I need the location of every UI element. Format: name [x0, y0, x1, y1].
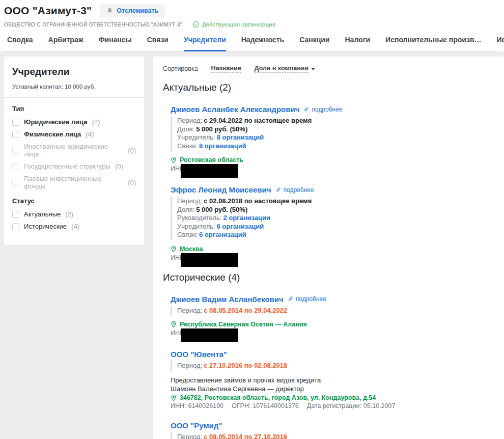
checkbox-icon[interactable]	[12, 119, 19, 126]
detail-value[interactable]: 6 организаций	[199, 231, 246, 238]
page-title: ООО "Азимут-3"	[4, 5, 92, 17]
region-link[interactable]: Ростовская область	[171, 156, 494, 163]
detail-value[interactable]: 2 организации	[223, 214, 270, 222]
tab-istoriya[interactable]: История	[497, 36, 504, 51]
filter-checkbox-row: Иностранные юридические лица(0)	[12, 143, 136, 158]
filter-group-status: СтатусАктуальные(2)Исторические(4)	[12, 197, 136, 230]
location-pin-icon	[171, 321, 177, 328]
charter-capital: Уставный капитал: 10 000 руб.	[12, 84, 136, 90]
company-name-link[interactable]: ООО "Ювента"	[171, 350, 227, 359]
tab-finansy[interactable]: Финансы	[99, 36, 132, 51]
detail-value: с 29.04.2022 по настоящее время	[204, 117, 312, 124]
checkbox-icon[interactable]	[12, 223, 19, 230]
detail-value[interactable]: 8 организаций	[217, 133, 264, 141]
detail-row: Период:с 08.05.2014 по 27.10.2016	[177, 433, 494, 439]
detail-label: Период:	[177, 197, 202, 205]
meta-value: 05.10.2007	[363, 402, 396, 409]
sort-row: Сортировка НазваниеДоля в компании	[163, 65, 494, 73]
detail-row: Связи:6 организаций	[177, 231, 494, 239]
filter-count: (0)	[128, 147, 136, 154]
detail-label: Учредитель:	[177, 133, 215, 141]
tab-nadezhnost[interactable]: Надежность	[241, 36, 284, 51]
card-title-row: ООО "Ювента"	[171, 350, 494, 359]
detail-value[interactable]: 8 организаций	[199, 142, 246, 150]
follow-button[interactable]: Отслеживать	[100, 4, 165, 17]
tab-sankcii[interactable]: Санкции	[299, 36, 329, 51]
tab-svyazi[interactable]: Связи	[147, 36, 169, 51]
detail-value[interactable]: 6 организаций	[217, 223, 264, 230]
tab-svodka[interactable]: Сводка	[7, 36, 33, 51]
inn-row: ИНН	[171, 165, 494, 174]
founder-card: Джиоев Вадим АсланбековичподробнееПериод…	[171, 295, 494, 339]
region-link[interactable]: Республика Северная Осетия — Алания	[171, 321, 494, 328]
detail-label: Связи:	[177, 231, 198, 238]
filter-count: (4)	[86, 130, 94, 138]
tab-nalogi[interactable]: Налоги	[345, 36, 370, 51]
filter-count: (0)	[115, 162, 123, 170]
region-link[interactable]: Москва	[171, 245, 494, 253]
detail-value: с 08.05.2014 по 29.04.2022	[204, 307, 287, 314]
detail-label: Период:	[177, 117, 202, 124]
tab-isp-proizvodstva[interactable]: Исполнительные произв…	[385, 36, 481, 51]
sort-label: Сортировка	[163, 65, 198, 72]
redaction-box	[181, 253, 238, 267]
founder-name-link[interactable]: Джиоев Вадим Асланбекович	[171, 295, 284, 304]
sort-option-label: Название	[211, 65, 241, 73]
detail-row: Связи:8 организаций	[177, 142, 494, 151]
checkbox-icon[interactable]	[12, 131, 19, 138]
meta-value: 6140026190	[188, 402, 224, 409]
filter-group-title: Статус	[12, 197, 136, 205]
paperclip-icon	[275, 187, 282, 193]
detail-label: Период:	[177, 307, 202, 314]
details-block: Период:с 27.10.2016 по 02.08.2018	[171, 361, 494, 371]
detail-value: с 27.10.2016 по 02.08.2018	[204, 362, 287, 369]
detail-label: Период:	[177, 433, 202, 439]
detail-value: с 08.05.2014 по 27.10.2016	[204, 433, 287, 439]
details-block: Период:с 29.04.2022 по настоящее времяДо…	[171, 116, 494, 151]
detail-row: Период:с 02.08.2018 по настоящее время	[177, 197, 494, 206]
filter-group-type: ТипЮридические лица(2)Физические лица(4)…	[12, 105, 136, 190]
paperclip-icon	[288, 296, 294, 302]
details-block: Период:с 08.05.2014 по 29.04.2022	[171, 306, 494, 316]
card-title-row: Джиоев Вадим Асланбековичподробнее	[171, 295, 494, 304]
founder-name-link[interactable]: Джиоев Асланбек Александрович	[171, 105, 299, 114]
filter-checkbox-row[interactable]: Юридические лица(2)	[12, 118, 136, 126]
filter-label: Физические лица	[24, 130, 81, 138]
location-label: Москва	[180, 245, 203, 253]
detail-label: Учредитель:	[177, 223, 215, 230]
detail-row: Доля:5 000 руб. (50%)	[177, 206, 494, 214]
card-title-row: Джиоев Асланбек Александровичподробнее	[171, 105, 494, 114]
details-link[interactable]: подробнее	[288, 295, 326, 303]
detail-row: Период:с 29.04.2022 по настоящее время	[177, 117, 494, 125]
filter-label: Исторические	[24, 223, 67, 230]
card-title-row: Эфрос Леонид Моисеевичподробнее	[171, 185, 494, 194]
location-label: Ростовская область	[180, 156, 243, 163]
checkbox-icon[interactable]	[12, 211, 19, 218]
sort-option[interactable]: Название	[211, 65, 241, 73]
filter-checkbox-row[interactable]: Исторические(4)	[12, 223, 136, 230]
meta-item: ОГРН:1076140001376	[232, 402, 299, 409]
filter-count: (2)	[65, 210, 73, 218]
tab-bar: СводкаАрбитражФинансыСвязиУчредителиНаде…	[4, 28, 497, 51]
status-badge: Действующая организация	[192, 21, 275, 28]
detail-row: Период:с 08.05.2014 по 29.04.2022	[177, 307, 494, 315]
tab-uchrediteli[interactable]: Учредители	[184, 36, 226, 51]
location-pin-icon	[171, 394, 177, 401]
detail-label: Доля:	[177, 125, 194, 133]
company-card: ООО "Румид"Период:с 08.05.2014 по 27.10.…	[171, 421, 494, 439]
detail-value: 5 000 руб. (50%)	[196, 125, 247, 133]
details-link-label: подробнее	[312, 106, 342, 113]
filter-checkbox-row[interactable]: Физические лица(4)	[12, 130, 136, 138]
company-card: ООО "Ювента"Период:с 27.10.2016 по 02.08…	[171, 350, 494, 409]
details-link[interactable]: подробнее	[303, 106, 342, 113]
location-label: 346782, Ростовская область, город Азов, …	[180, 394, 376, 401]
details-link[interactable]: подробнее	[275, 186, 314, 194]
sort-option[interactable]: Доля в компании	[255, 65, 315, 73]
filter-label: Актуальные	[24, 210, 61, 218]
founder-name-link[interactable]: Эфрос Леонид Моисеевич	[171, 185, 271, 194]
tab-arbitrazh[interactable]: Арбитраж	[48, 36, 83, 51]
company-name-link[interactable]: ООО "Румид"	[171, 421, 222, 430]
filter-checkbox-row[interactable]: Актуальные(2)	[12, 210, 136, 218]
checkbox-icon	[12, 179, 19, 186]
address-link[interactable]: 346782, Ростовская область, город Азов, …	[171, 394, 494, 401]
